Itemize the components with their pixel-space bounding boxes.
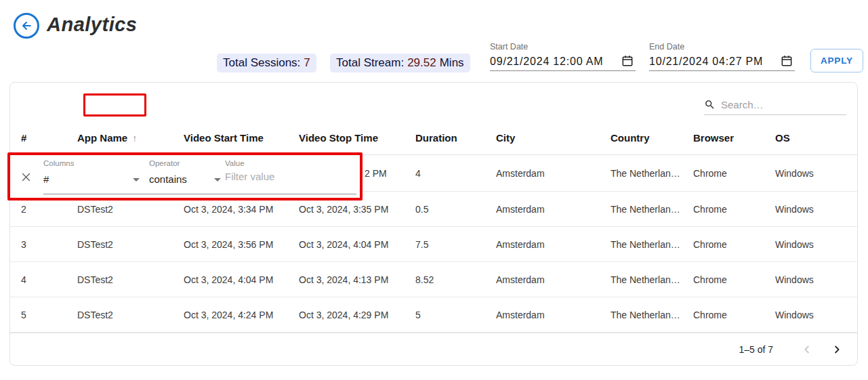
search-icon bbox=[704, 99, 716, 110]
cell-video-stop-time-fragment: 2 PM bbox=[365, 155, 387, 192]
cell-number: 3 bbox=[21, 227, 26, 262]
cell-country: The Netherlan… bbox=[611, 192, 680, 227]
previous-page-button[interactable] bbox=[798, 340, 817, 359]
filter-column-select[interactable]: # bbox=[43, 173, 49, 185]
filter-value-label: Value bbox=[225, 159, 245, 167]
cell-browser: Chrome bbox=[693, 262, 727, 297]
cell-browser: Chrome bbox=[693, 227, 727, 262]
cell-browser: Chrome bbox=[693, 192, 727, 227]
filter-fields-underline bbox=[43, 194, 356, 194]
search-box bbox=[704, 95, 846, 115]
end-date-label: End Date bbox=[649, 42, 684, 51]
start-date-value[interactable]: 09/21/2024 12:00 AM bbox=[490, 56, 603, 68]
cell-video-stop-time: Oct 3, 2024, 4:29 PM bbox=[299, 297, 388, 333]
cell-number: 5 bbox=[21, 297, 26, 333]
calendar-icon bbox=[780, 54, 793, 68]
header-country[interactable]: Country bbox=[611, 121, 650, 155]
table-row[interactable]: 5 DSTest2 Oct 3, 2024, 4:24 PM Oct 3, 20… bbox=[10, 297, 857, 333]
cell-city: Amsterdam bbox=[496, 155, 545, 192]
cell-duration: 0.5 bbox=[415, 192, 428, 227]
filter-operator-select[interactable]: contains bbox=[149, 173, 187, 185]
cell-app-name: DSTest2 bbox=[77, 227, 113, 262]
header-browser[interactable]: Browser bbox=[693, 121, 734, 155]
total-stream-value: 29.52 bbox=[407, 56, 436, 70]
header-app-name[interactable]: App Name↑ bbox=[77, 121, 137, 155]
filter-panel: Columns # Operator contains Value bbox=[10, 155, 358, 198]
filter-operator-label: Operator bbox=[149, 159, 180, 167]
start-date-label: Start Date bbox=[490, 42, 528, 51]
cell-country: The Netherlan… bbox=[611, 227, 680, 262]
cell-browser: Chrome bbox=[693, 297, 727, 333]
total-stream-unit: Mins bbox=[440, 56, 464, 70]
cell-os: Windows bbox=[775, 297, 814, 333]
chevron-down-icon[interactable] bbox=[214, 178, 221, 182]
data-grid: COLUMNS FILTERS DENSITY EXPORT bbox=[9, 82, 858, 366]
cell-country: The Netherlan… bbox=[611, 262, 680, 297]
total-stream-label: Total Stream: bbox=[336, 56, 404, 70]
cell-video-start-time: Oct 3, 2024, 4:24 PM bbox=[184, 297, 273, 333]
cell-os: Windows bbox=[775, 192, 814, 227]
cell-os: Windows bbox=[775, 155, 814, 192]
header-duration[interactable]: Duration bbox=[415, 121, 457, 155]
header-number[interactable]: # bbox=[21, 121, 26, 155]
end-date-field[interactable]: End Date 10/21/2024 04:27 PM bbox=[649, 41, 795, 71]
cell-duration: 8.52 bbox=[415, 262, 434, 297]
cell-video-start-time: Oct 3, 2024, 3:56 PM bbox=[184, 227, 273, 262]
cell-duration: 5 bbox=[415, 297, 421, 333]
close-icon bbox=[20, 171, 32, 183]
cell-duration: 7.5 bbox=[415, 227, 428, 262]
cell-country: The Netherlan… bbox=[611, 155, 680, 192]
apply-button[interactable]: APPLY bbox=[810, 49, 863, 72]
cell-city: Amsterdam bbox=[496, 192, 545, 227]
cell-app-name: DSTest2 bbox=[77, 297, 113, 333]
cell-duration: 4 bbox=[415, 155, 421, 192]
cell-video-start-time: Oct 3, 2024, 4:04 PM bbox=[184, 262, 273, 297]
cell-video-stop-time: Oct 3, 2024, 4:13 PM bbox=[299, 262, 388, 297]
filter-columns-label: Columns bbox=[43, 159, 74, 167]
cell-os: Windows bbox=[775, 227, 814, 262]
table-row[interactable]: 3 DSTest2 Oct 3, 2024, 3:56 PM Oct 3, 20… bbox=[10, 227, 857, 262]
arrow-left-icon bbox=[20, 19, 33, 33]
header-os[interactable]: OS bbox=[775, 121, 790, 155]
cell-number: 4 bbox=[21, 262, 26, 297]
chevron-left-icon bbox=[801, 343, 813, 356]
total-sessions-value: 7 bbox=[304, 56, 310, 70]
back-button[interactable] bbox=[14, 13, 39, 39]
start-date-field[interactable]: Start Date 09/21/2024 12:00 AM bbox=[490, 41, 636, 71]
end-date-calendar-button[interactable] bbox=[780, 54, 793, 68]
cell-city: Amsterdam bbox=[496, 262, 545, 297]
table-footer: 1–5 of 7 bbox=[10, 333, 857, 366]
remove-filter-button[interactable] bbox=[18, 169, 33, 184]
calendar-icon bbox=[621, 54, 634, 68]
start-date-calendar-button[interactable] bbox=[621, 54, 634, 68]
table-row[interactable]: 4 DSTest2 Oct 3, 2024, 4:04 PM Oct 3, 20… bbox=[10, 262, 857, 297]
cell-country: The Netherlan… bbox=[611, 297, 680, 333]
pagination-range: 1–5 of 7 bbox=[739, 344, 773, 355]
analytics-page: { "header": { "title": "Analytics" }, "s… bbox=[0, 0, 868, 380]
cell-app-name: DSTest2 bbox=[77, 262, 113, 297]
table-header-row: # App Name↑ Video Start Time Video Stop … bbox=[10, 121, 857, 155]
page-title: Analytics bbox=[47, 14, 137, 36]
cell-os: Windows bbox=[775, 262, 814, 297]
total-sessions-badge: Total Sessions: 7 bbox=[217, 54, 316, 72]
header-video-start-time[interactable]: Video Start Time bbox=[184, 121, 264, 155]
cell-city: Amsterdam bbox=[496, 227, 545, 262]
cell-video-stop-time: Oct 3, 2024, 4:04 PM bbox=[299, 227, 388, 262]
header-city[interactable]: City bbox=[496, 121, 515, 155]
search-input[interactable] bbox=[721, 99, 836, 110]
sort-ascending-icon: ↑ bbox=[132, 133, 137, 144]
cell-city: Amsterdam bbox=[496, 297, 545, 333]
end-date-value[interactable]: 10/21/2024 04:27 PM bbox=[649, 56, 763, 68]
cell-browser: Chrome bbox=[693, 155, 727, 192]
total-sessions-label: Total Sessions: bbox=[223, 56, 300, 70]
header-video-stop-time[interactable]: Video Stop Time bbox=[299, 121, 378, 155]
next-page-button[interactable] bbox=[827, 340, 846, 359]
chevron-down-icon[interactable] bbox=[133, 178, 140, 182]
total-stream-badge: Total Stream: 29.52 Mins bbox=[330, 54, 470, 72]
filter-value-input[interactable] bbox=[225, 171, 354, 182]
chevron-right-icon bbox=[831, 343, 843, 356]
